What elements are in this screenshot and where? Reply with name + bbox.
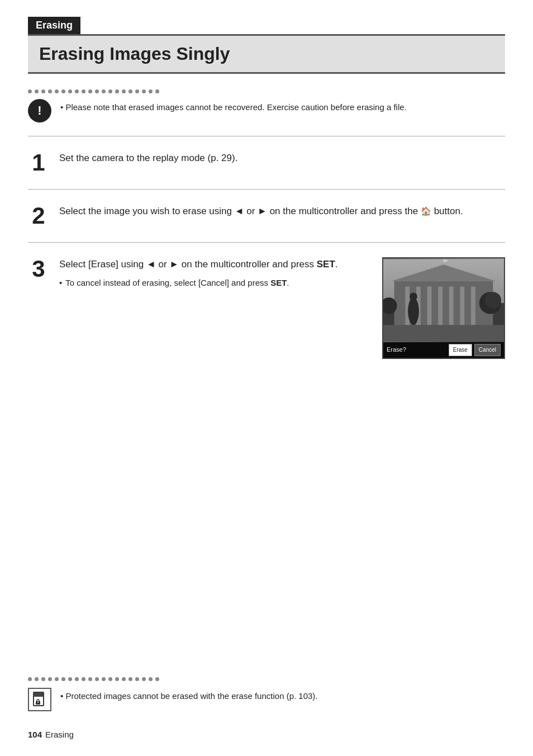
bottom-section: • Protected images cannot be erased with… bbox=[28, 677, 505, 711]
step-1-content: Set the camera to the replay mode (p. 29… bbox=[59, 151, 505, 166]
caution-box: ! • Please note that erased images canno… bbox=[28, 99, 505, 122]
svg-rect-9 bbox=[471, 286, 475, 330]
note-box: • Protected images cannot be erased with… bbox=[28, 688, 505, 711]
camera-bar: Erase? Erase Cancel bbox=[383, 342, 504, 358]
camera-image bbox=[383, 258, 504, 342]
step-3-row: 3 Select [Erase] using ◄ or ► on the mul… bbox=[28, 251, 505, 366]
page-number: 104 bbox=[28, 730, 42, 739]
svg-point-23 bbox=[37, 702, 39, 703]
main-heading: Erasing Images Singly bbox=[28, 34, 505, 74]
step-divider-2 bbox=[28, 189, 505, 190]
section-tag: Erasing bbox=[28, 17, 80, 34]
step-2-row: 2 Select the image you wish to erase usi… bbox=[28, 197, 505, 234]
step-2-content: Select the image you wish to erase using… bbox=[59, 204, 505, 219]
svg-rect-5 bbox=[427, 286, 432, 330]
svg-rect-20 bbox=[34, 692, 44, 697]
svg-rect-6 bbox=[438, 286, 442, 330]
step-1-number: 1 bbox=[28, 151, 49, 174]
caution-text: • Please note that erased images cannot … bbox=[60, 99, 407, 114]
erase-question-label: Erase? bbox=[387, 345, 446, 355]
svg-rect-7 bbox=[449, 286, 454, 330]
step-divider-1 bbox=[28, 136, 505, 136]
footer-section: Erasing bbox=[45, 730, 74, 739]
camera-screen: Erase? Erase Cancel bbox=[382, 257, 505, 359]
caution-icon: ! bbox=[28, 99, 51, 122]
svg-rect-8 bbox=[460, 286, 464, 330]
dot-separator-top bbox=[28, 89, 505, 93]
svg-point-12 bbox=[410, 292, 417, 300]
note-icon bbox=[28, 688, 51, 711]
step-1-row: 1 Set the camera to the replay mode (p. … bbox=[28, 144, 505, 181]
step-2-number: 2 bbox=[28, 204, 49, 228]
svg-point-11 bbox=[408, 297, 419, 325]
note-text: • Protected images cannot be erased with… bbox=[60, 688, 318, 703]
page-footer: 104Erasing bbox=[28, 730, 74, 739]
svg-point-16 bbox=[485, 292, 501, 308]
cancel-button: Cancel bbox=[474, 344, 501, 356]
step-divider-3 bbox=[28, 242, 505, 243]
erase-button: Erase bbox=[449, 344, 472, 356]
step-3-number: 3 bbox=[28, 257, 49, 281]
step-3-content: Select [Erase] using ◄ or ► on the multi… bbox=[59, 257, 505, 359]
step-3-sub-bullet: To cancel instead of erasing, select [Ca… bbox=[59, 276, 371, 289]
func-button-icon: 🏠 bbox=[421, 205, 431, 218]
set-label-sub: SET bbox=[270, 278, 287, 287]
set-label-main: SET bbox=[317, 259, 335, 270]
svg-rect-13 bbox=[383, 325, 504, 341]
dot-separator-bottom bbox=[28, 677, 505, 681]
step-3-text: Select [Erase] using ◄ or ► on the multi… bbox=[59, 257, 371, 290]
